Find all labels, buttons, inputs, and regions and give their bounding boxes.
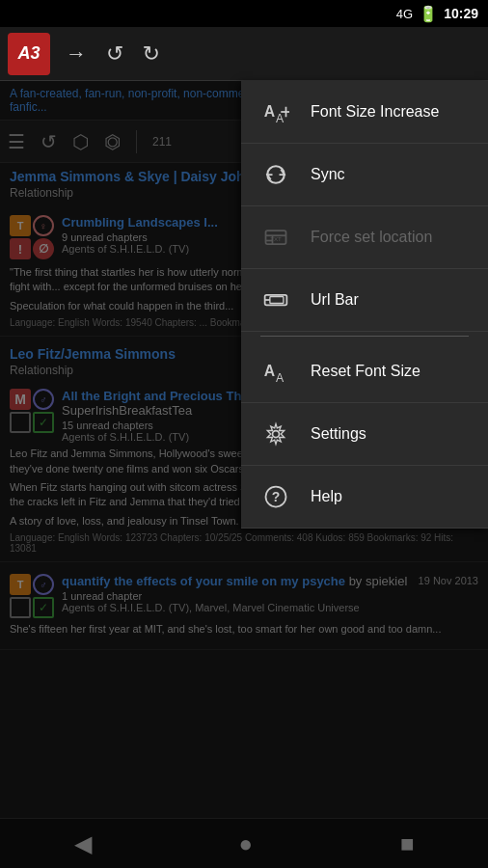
menu-item-font-increase[interactable]: A A Font Size Increase [241,81,488,144]
menu-item-settings[interactable]: Settings [241,403,488,466]
menu-divider [260,336,469,337]
menu-item-reset-font[interactable]: A A Reset Font Size [241,340,488,403]
battery-icon: 🔋 [419,5,438,23]
menu-force-location-label: Force set location [311,229,432,246]
signal-indicator: 4G [396,7,413,21]
status-bar: 4G 🔋 10:29 [0,0,488,27]
menu-item-help[interactable]: ? Help [241,466,488,529]
font-increase-icon: A A [260,96,291,127]
svg-rect-11 [270,297,284,304]
undo-icon[interactable]: ↺ [139,38,164,70]
svg-text:?: ? [272,489,281,504]
clock: 10:29 [444,6,478,21]
app-bar: A3 → ↺ ↺ [0,27,488,81]
url-bar-icon [260,285,291,315]
menu-item-sync[interactable]: Sync [241,144,488,206]
settings-icon [260,419,291,449]
svg-text:A: A [276,112,285,125]
menu-settings-label: Settings [311,425,366,443]
menu-help-label: Help [311,488,342,505]
svg-text:A: A [264,103,275,120]
app-logo: A3 [8,33,50,75]
svg-text:A: A [264,363,275,379]
menu-url-bar-label: Url Bar [311,291,359,309]
location-icon: TXT [260,222,291,253]
svg-point-14 [273,431,280,438]
help-icon: ? [260,481,291,512]
menu-font-increase-label: Font Size Increase [311,103,439,121]
menu-reset-font-label: Reset Font Size [311,363,420,380]
app-bar-actions: → ↺ ↺ [62,38,164,70]
forward-icon[interactable]: → [62,38,91,70]
svg-text:A: A [276,371,285,385]
refresh-icon[interactable]: ↺ [102,38,127,70]
menu-sync-label: Sync [311,166,345,183]
menu-item-force-location[interactable]: TXT Force set location [241,206,488,269]
reset-font-icon: A A [260,356,291,387]
dropdown-menu: A A Font Size Increase Sync [241,81,488,529]
svg-text:TXT: TXT [270,235,282,242]
sync-icon [260,159,291,190]
menu-item-url-bar[interactable]: Url Bar [241,269,488,332]
